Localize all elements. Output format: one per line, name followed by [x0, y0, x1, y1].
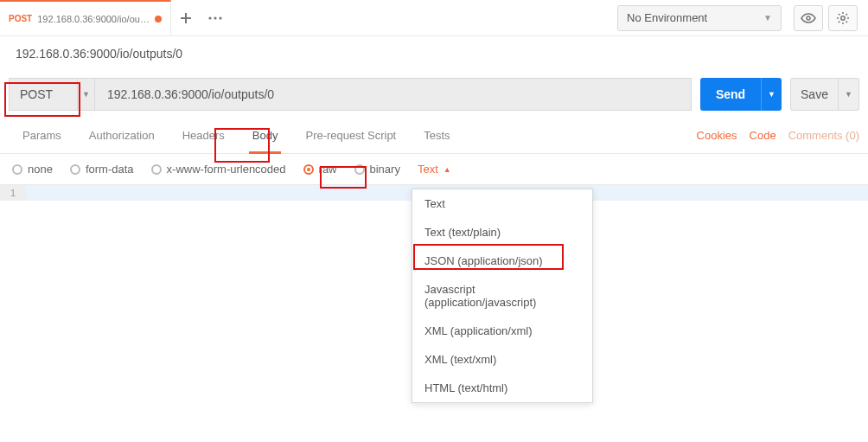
- tab-params[interactable]: Params: [9, 118, 75, 154]
- svg-point-1: [214, 16, 217, 19]
- environment-select[interactable]: No Environment ▼: [617, 5, 782, 31]
- radio-label: none: [28, 163, 53, 176]
- radio-icon: [12, 164, 22, 175]
- triangle-up-icon: ▲: [444, 165, 451, 174]
- radio-label: form-data: [86, 163, 134, 176]
- tab-prerequest[interactable]: Pre-request Script: [291, 118, 410, 154]
- svg-point-4: [841, 16, 845, 19]
- svg-point-2: [220, 16, 222, 19]
- request-name: 192.168.0.36:9000/io/outputs/0: [0, 36, 868, 71]
- content-type-option-text-plain[interactable]: Text (text/plain): [412, 218, 592, 247]
- body-type-raw[interactable]: raw: [303, 163, 337, 176]
- request-tabs: Params Authorization Headers Body Pre-re…: [0, 118, 868, 154]
- line-number: 1: [0, 185, 26, 201]
- radio-icon: [70, 164, 80, 175]
- radio-label: binary: [370, 163, 400, 176]
- tab-authorization[interactable]: Authorization: [75, 118, 169, 154]
- new-tab-button[interactable]: [171, 3, 201, 33]
- right-links: Cookies Code Comments (0): [697, 129, 859, 142]
- send-options-button[interactable]: ▼: [761, 78, 782, 111]
- send-group: Send ▼: [700, 78, 782, 111]
- body-type-none[interactable]: none: [12, 163, 53, 176]
- radio-label: x-www-form-urlencoded: [167, 163, 286, 176]
- code-link[interactable]: Code: [750, 129, 776, 142]
- tab-actions-button[interactable]: [201, 3, 230, 33]
- unsaved-dot-icon: [155, 16, 162, 22]
- environment-quicklook-button[interactable]: [794, 5, 823, 31]
- save-button[interactable]: Save: [790, 78, 839, 111]
- environment-label: No Environment: [627, 11, 707, 24]
- content-type-option-html[interactable]: HTML (text/html): [412, 374, 592, 402]
- tab-title: 192.168.0.36:9000/io/outputs/0: [37, 14, 150, 24]
- cookies-link[interactable]: Cookies: [697, 129, 737, 142]
- body-type-row: none form-data x-www-form-urlencoded raw…: [0, 154, 868, 185]
- content-type-option-xml-text[interactable]: XML (text/xml): [412, 345, 592, 374]
- content-type-option-text[interactable]: Text: [412, 189, 592, 218]
- top-tab-bar: POST 192.168.0.36:9000/io/outputs/0 No E…: [0, 0, 868, 36]
- tab-tests[interactable]: Tests: [410, 118, 463, 154]
- body-type-urlencoded[interactable]: x-www-form-urlencoded: [151, 163, 286, 176]
- body-type-binary[interactable]: binary: [354, 163, 400, 176]
- content-type-option-xml-app[interactable]: XML (application/xml): [412, 317, 592, 345]
- caret-down-icon: ▼: [763, 13, 772, 22]
- send-button[interactable]: Send: [700, 78, 761, 111]
- radio-icon: [303, 164, 314, 175]
- tab-method-badge: POST: [9, 14, 32, 23]
- editor-gutter: 1: [0, 185, 26, 201]
- content-type-option-json[interactable]: JSON (application/json): [412, 247, 592, 275]
- radio-label: raw: [319, 163, 337, 176]
- settings-button[interactable]: [828, 5, 858, 31]
- radio-icon: [354, 164, 365, 175]
- content-type-dropdown-trigger[interactable]: Text ▲: [418, 163, 451, 176]
- content-type-option-javascript[interactable]: Javascript (application/javascript): [412, 275, 592, 317]
- svg-point-0: [209, 16, 212, 19]
- tab-body[interactable]: Body: [239, 118, 292, 154]
- url-input[interactable]: [95, 78, 692, 111]
- content-type-label: Text: [418, 163, 438, 176]
- tab-headers[interactable]: Headers: [169, 118, 239, 154]
- caret-down-icon: ▼: [77, 79, 94, 110]
- svg-point-3: [807, 16, 810, 20]
- comments-link[interactable]: Comments (0): [788, 129, 859, 142]
- request-tab[interactable]: POST 192.168.0.36:9000/io/outputs/0: [0, 0, 171, 36]
- radio-icon: [151, 164, 162, 175]
- content-type-dropdown: Text Text (text/plain) JSON (application…: [412, 189, 593, 403]
- request-row: POST ▼ Send ▼ Save ▼: [0, 71, 868, 118]
- method-label: POST: [20, 87, 53, 101]
- method-select[interactable]: POST ▼: [9, 78, 95, 111]
- save-group: Save ▼: [790, 78, 859, 111]
- save-options-button[interactable]: ▼: [839, 78, 859, 111]
- body-type-form-data[interactable]: form-data: [70, 163, 134, 176]
